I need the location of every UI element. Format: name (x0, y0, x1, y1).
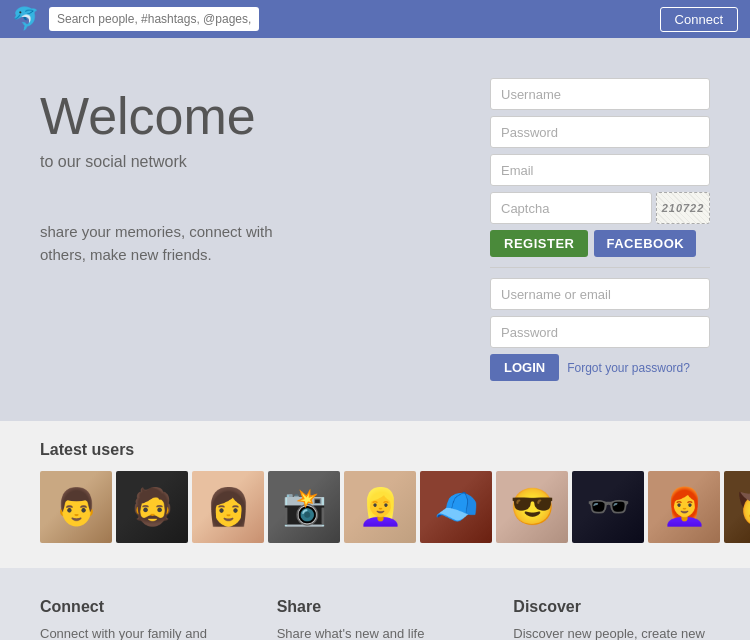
hero-subtitle: to our social network (40, 153, 490, 171)
feature-discover: Discover Discover new people, create new… (513, 598, 710, 640)
hero-right: 210722 REGISTER FACEBOOK LOGIN Forgot yo… (490, 78, 710, 381)
feature-discover-description: Discover new people, create new connecti… (513, 624, 710, 640)
user-photo[interactable]: 🧔 (116, 471, 188, 543)
search-wrap (49, 7, 259, 31)
register-buttons: REGISTER FACEBOOK (490, 230, 710, 257)
login-username-input[interactable] (490, 278, 710, 310)
captcha-row: 210722 (490, 192, 710, 224)
login-divider (490, 267, 710, 268)
user-photos-row: 👨 🧔 👩 📸 👱‍♀️ 🧢 😎 🕶️ 👩‍🦰 🤠 (40, 471, 710, 543)
captcha-image: 210722 (656, 192, 710, 224)
hero-tagline: share your memories, connect withothers,… (40, 221, 490, 266)
register-password-input[interactable] (490, 116, 710, 148)
user-photo[interactable]: 👩 (192, 471, 264, 543)
search-input[interactable] (49, 7, 259, 31)
feature-share: Share Share what's new and life moments … (277, 598, 474, 640)
register-username-input[interactable] (490, 78, 710, 110)
features-section: Connect Connect with your family and fri… (0, 568, 750, 640)
hero-title: Welcome (40, 88, 490, 145)
user-photo[interactable]: 📸 (268, 471, 340, 543)
feature-connect: Connect Connect with your family and fri… (40, 598, 237, 640)
login-password-input[interactable] (490, 316, 710, 348)
user-photo[interactable]: 😎 (496, 471, 568, 543)
hero-section: Welcome to our social network share your… (0, 38, 750, 421)
captcha-input[interactable] (490, 192, 652, 224)
feature-discover-title: Discover (513, 598, 710, 616)
logo: 🐬 (12, 6, 39, 32)
latest-users-title: Latest users (40, 441, 710, 459)
latest-users-section: Latest users 👨 🧔 👩 📸 👱‍♀️ 🧢 😎 🕶️ 👩‍🦰 (0, 421, 750, 568)
user-photo[interactable]: 🤠 (724, 471, 750, 543)
forgot-password-link[interactable]: Forgot your password? (567, 361, 690, 375)
login-action-row: LOGIN Forgot your password? (490, 354, 710, 381)
feature-connect-title: Connect (40, 598, 237, 616)
user-photo[interactable]: 👱‍♀️ (344, 471, 416, 543)
register-email-input[interactable] (490, 154, 710, 186)
facebook-button[interactable]: FACEBOOK (594, 230, 696, 257)
feature-share-description: Share what's new and life moments with y… (277, 624, 474, 640)
user-photo[interactable]: 👨 (40, 471, 112, 543)
user-photo[interactable]: 🕶️ (572, 471, 644, 543)
user-photo[interactable]: 👩‍🦰 (648, 471, 720, 543)
header: 🐬 Connect (0, 0, 750, 38)
login-button[interactable]: LOGIN (490, 354, 559, 381)
user-photo[interactable]: 🧢 (420, 471, 492, 543)
feature-share-title: Share (277, 598, 474, 616)
register-button[interactable]: REGISTER (490, 230, 588, 257)
feature-connect-description: Connect with your family and friends and… (40, 624, 237, 640)
header-connect-button[interactable]: Connect (660, 7, 738, 32)
hero-left: Welcome to our social network share your… (40, 78, 490, 266)
